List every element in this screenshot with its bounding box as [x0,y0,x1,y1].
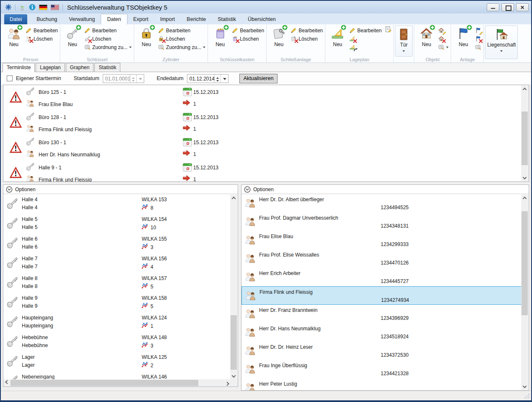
appointment-row[interactable]: Büro 125 - 1 Frau Elise Blau 15.12.2013 … [3,85,519,110]
lageplan-zuordnung-button[interactable] [349,44,381,51]
schliessanlage-bearbeiten-button[interactable]: Bearbeiten [291,27,323,34]
tuer-button[interactable]: Tür [395,26,413,57]
schliessanlage-loeschen-button[interactable]: Löschen [291,35,323,42]
startdatum-dropdown-button[interactable] [136,75,144,83]
startdatum-spinner[interactable] [130,75,136,83]
info-icon[interactable] [29,4,36,10]
person-row[interactable]: Herr Dr. Dr. Albert überflieger 12344945… [241,194,522,213]
chevron-circle-icon[interactable] [244,186,251,193]
lageplan-neu-button[interactable]: Neu [327,26,348,47]
scroll-up-button[interactable] [521,86,528,92]
scroll-up-button[interactable] [521,195,528,201]
view-tab[interactable]: Graphen [66,63,94,72]
anlage-loeschen-button[interactable] [475,35,481,42]
anlage-neu-button[interactable]: Neu [453,26,473,47]
person-bearbeiten-button[interactable]: Bearbeiten [26,27,58,34]
chevron-circle-icon[interactable] [6,186,13,193]
persons-list[interactable]: Herr Dr. Dr. Albert überflieger 12344945… [241,194,522,390]
anlage-zuordnung-button[interactable] [475,44,481,51]
person-row[interactable]: Frau Inge Überflüssig 1234421328 [241,360,522,379]
aktualisieren-button[interactable]: Aktualisieren [239,74,278,83]
keys-vertical-scrollbar[interactable] [230,195,237,379]
menu-tab[interactable]: Daten [101,14,127,24]
key-row[interactable]: Hebebühne Hebebühne WILKA 148 3 [3,332,231,352]
persons-vertical-scrollbar[interactable] [521,195,528,390]
anlage-bearbeiten-button[interactable] [475,27,481,34]
zylinder-bearbeiten-button[interactable]: Bearbeiten [158,27,205,34]
objekt-loeschen-button[interactable] [438,35,449,42]
key-row[interactable]: Lager Lager WILKA 125 2 [3,352,231,371]
menu-tab-datei[interactable]: Datei [4,14,27,24]
key-row[interactable]: Halle 6 Halle 6 WILKA 155 3 [3,233,231,253]
scroll-right-button[interactable] [224,379,231,386]
lageplan-loeschen-button[interactable] [349,35,381,42]
view-tab[interactable]: Terminliste [3,63,35,72]
key-row[interactable]: Nebeneingang WILKA 146 [3,371,231,379]
plant-toolbar-icon[interactable] [19,4,26,10]
scroll-up-button[interactable] [230,195,237,201]
appointment-row[interactable]: Büro 128 - 1 Firma Flink und Fleissig 15… [3,110,519,135]
plan-list-edit-icon[interactable] [385,26,392,33]
person-row[interactable]: Frau Prof. Elise Weissalles 1234470126 [241,249,522,268]
key-row[interactable]: Halle 4 Halle 4 WILKA 153 8 [3,194,231,214]
scroll-down-button[interactable] [521,174,528,181]
menu-tab[interactable]: Export [127,14,154,24]
view-tab[interactable]: Lageplan [36,63,65,72]
objekt-zuordnung-button[interactable] [438,44,449,51]
scrollbar-thumb[interactable] [522,211,528,315]
person-row[interactable]: Herr Erich Arbeiter 1234445727 [241,268,522,286]
schluessel-loeschen-button[interactable]: Löschen [84,35,132,42]
schliessanlage-neu-button[interactable]: Neu [269,26,289,47]
person-neu-button[interactable]: Neu [4,26,24,47]
scrollbar-thumb[interactable] [522,112,528,165]
key-row[interactable]: Halle 8 Halle 8 WILKA 157 5 [3,273,231,293]
menu-tab[interactable]: Buchung [31,14,63,24]
endedatum-input[interactable]: 01.12.2014 [187,74,228,83]
terminliste-list[interactable]: Büro 125 - 1 Frau Elise Blau 15.12.2013 … [3,85,529,182]
key-row[interactable]: Halle 7 Halle 7 WILKA 156 4 [3,253,231,273]
person-loeschen-button[interactable]: Löschen [26,35,58,42]
schluessel-bearbeiten-button[interactable]: Bearbeiten [84,27,132,34]
appointment-row[interactable]: Halle 9 - 1 Firma Flink und Fleissig 15.… [3,161,519,182]
person-row[interactable]: Herr Dr. Hans Neunmalklug 1234518924 [241,323,522,342]
schluesselkasten-neu-button[interactable]: Neu [210,26,230,47]
key-row[interactable]: Halle 9 Halle 9 WILKA 158 5 [3,293,231,312]
objekt-neu-button[interactable]: Neu [416,26,436,47]
menu-tab[interactable]: Import [154,14,181,24]
schluessel-zuordnung-button[interactable]: Zuordnung zu... [84,44,132,51]
key-row[interactable]: Halle 5 Halle 5 WILKA 154 10 [3,214,231,233]
scroll-down-button[interactable] [230,373,237,379]
objekt-bearbeiten-button[interactable] [438,27,449,34]
terminliste-scrollbar[interactable] [521,86,528,181]
person-row[interactable]: Herr Dr. Franz Branntwein 1234396929 [241,305,522,323]
us-flag-icon[interactable] [51,5,59,10]
keys-horizontal-scrollbar[interactable] [3,379,231,386]
zylinder-neu-button[interactable]: Neu [136,26,156,47]
person-row[interactable]: Frau Prof. Dagmar Unverbesserlich 123434… [241,213,522,231]
german-flag-icon[interactable] [39,5,47,10]
zylinder-zuordnung-button[interactable]: Zuordnung zu... [158,44,205,51]
endedatum-dropdown-button[interactable] [221,75,228,83]
person-row[interactable]: Frau Elise Blau 1234299333 [241,231,522,249]
persons-options-header[interactable]: Optionen [241,185,529,194]
schluessel-neu-button[interactable]: Neu [62,26,83,47]
menu-tab[interactable]: Berichte [181,14,212,24]
scroll-left-button[interactable] [3,379,10,386]
person-row[interactable]: Herr Dr. Dr. Heinz Leser 1234372530 [241,342,522,360]
appointment-row[interactable]: Büro 130 - 1 Herr Dr. Hans Neunmalklug 1… [3,135,519,161]
minimize-button[interactable] [487,3,499,11]
close-button[interactable] [516,3,529,11]
scroll-down-button[interactable] [521,383,528,390]
eigener-starttermin-checkbox[interactable] [7,75,13,81]
person-row[interactable]: Firma Flink und Fleissig 1234274934 [241,286,522,305]
lageplan-bearbeiten-button[interactable]: Bearbeiten [349,27,381,34]
schluesselkasten-loeschen-button[interactable]: Löschen [232,35,264,42]
scrollbar-thumb[interactable] [231,315,237,370]
keys-options-header[interactable]: Optionen [3,185,238,194]
scrollbar-thumb[interactable] [10,380,198,386]
menu-tab[interactable]: Übersichten [242,14,282,24]
keys-list[interactable]: Halle 4 Halle 4 WILKA 153 8 Halle 5 Hall… [3,194,231,379]
endedatum-spinner[interactable] [214,75,221,83]
person-row[interactable]: Herr Peter Lustig [241,379,522,390]
menu-tab[interactable]: Verwaltung [63,14,101,24]
